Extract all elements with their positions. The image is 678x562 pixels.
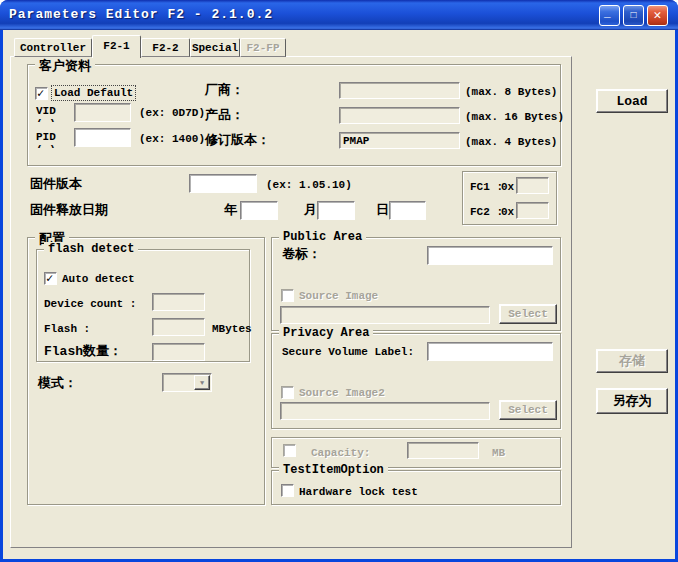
hardware-lock-checkbox[interactable] <box>281 484 294 497</box>
fc2-label: FC2 : <box>470 205 503 219</box>
flash-label: Flash : <box>44 322 90 336</box>
source-image2-path-input <box>280 402 490 420</box>
tab-special[interactable]: Special <box>190 38 240 57</box>
close-button[interactable]: ✕ <box>647 5 668 26</box>
volume-label: 卷标： <box>282 248 321 262</box>
year-input[interactable] <box>240 201 278 220</box>
titlebar[interactable]: Parameters Editor F2 - 2.1.0.2 _ □ ✕ <box>0 0 678 30</box>
vid-input <box>74 103 131 122</box>
pid-label: PID <box>36 130 56 144</box>
minimize-icon: _ <box>604 5 611 24</box>
source-image-path-input <box>280 306 490 324</box>
vid-label: VID <box>36 104 56 118</box>
mode-combobox: ▼ <box>162 373 212 392</box>
customer-group-legend: 客户资料 <box>35 57 95 75</box>
vendor-hint: (max. 8 Bytes) <box>465 85 557 99</box>
pid-input[interactable] <box>74 128 131 147</box>
select-button: Select <box>499 304 557 324</box>
minimize-button[interactable]: _ <box>599 5 620 26</box>
source-image2-label: Source Image2 <box>299 386 385 400</box>
save-button: 存储 <box>596 349 668 373</box>
fw-version-label: 固件版本 <box>30 178 82 192</box>
window-title: Parameters Editor F2 - 2.1.0.2 <box>9 7 273 22</box>
maximize-icon: □ <box>630 10 636 21</box>
auto-detect-label[interactable]: Auto detect <box>62 272 135 286</box>
select2-button: Select <box>499 400 557 420</box>
secure-volume-input[interactable] <box>427 342 553 361</box>
source-image-label: Source Image <box>299 289 378 303</box>
month-input[interactable] <box>317 201 355 220</box>
day-label: 日 <box>376 204 389 218</box>
revision-input <box>339 132 460 149</box>
volume-input[interactable] <box>427 246 553 265</box>
pid-hint: (ex: 1400) <box>139 132 205 146</box>
capacity-label: Capacity: <box>311 446 370 460</box>
month-label: 月 <box>304 204 317 218</box>
app-window: Parameters Editor F2 - 2.1.0.2 _ □ ✕ Con… <box>0 0 678 562</box>
revision-label: 修订版本： <box>205 134 270 148</box>
vid-hint: (ex: 0D7D) <box>139 106 205 120</box>
vendor-label: 厂商： <box>205 84 244 98</box>
source-image-checkbox <box>281 289 294 302</box>
year-label: 年 <box>224 204 237 218</box>
flash-input <box>152 318 205 336</box>
capacity-checkbox <box>283 444 296 457</box>
secure-volume-label: Secure Volume Label: <box>282 345 414 359</box>
chevron-down-icon: ▼ <box>194 375 210 390</box>
tab-controller[interactable]: Controller <box>14 38 92 57</box>
tab-f2-1[interactable]: F2-1 <box>92 35 141 58</box>
fc2-hex-prefix: 0x <box>501 205 514 219</box>
tab-f2-fp: F2-FP <box>240 38 286 57</box>
flash-unit-label: MBytes <box>212 322 252 336</box>
capacity-unit-label: MB <box>492 446 505 460</box>
save-as-button[interactable]: 另存为 <box>596 388 668 414</box>
fc1-label: FC1 : <box>470 180 503 194</box>
public-area-legend: Public Area <box>279 230 366 244</box>
fw-version-hint: (ex: 1.05.10) <box>266 178 352 192</box>
source-image2-checkbox <box>281 386 294 399</box>
flash-qty-input <box>152 343 205 361</box>
load-default-checkbox[interactable] <box>35 87 48 100</box>
vendor-input <box>339 82 460 99</box>
day-input[interactable] <box>389 201 426 220</box>
maximize-button[interactable]: □ <box>623 5 644 26</box>
product-label: 产品： <box>205 109 244 123</box>
vid-sub-label: ( ) <box>36 118 64 122</box>
fw-version-input[interactable] <box>189 174 257 193</box>
product-hint: (max. 16 Bytes) <box>465 110 564 124</box>
load-button[interactable]: Load <box>596 89 668 113</box>
fc2-input <box>516 202 549 219</box>
close-icon: ✕ <box>654 8 662 23</box>
device-count-input <box>152 293 205 311</box>
flash-qty-label: Flash数量： <box>44 345 122 359</box>
fw-date-label: 固件释放日期 <box>30 204 108 218</box>
mode-label: 模式： <box>38 377 77 391</box>
pid-sub-label: ( ) <box>36 144 64 148</box>
fc1-hex-prefix: 0x <box>501 180 514 194</box>
hardware-lock-label[interactable]: Hardware lock test <box>299 485 418 499</box>
auto-detect-checkbox[interactable] <box>44 272 57 285</box>
revision-hint: (max. 4 Bytes) <box>465 135 557 149</box>
privacy-area-legend: Privacy Area <box>279 326 373 340</box>
flash-detect-legend: flash detect <box>44 242 138 256</box>
capacity-input <box>407 442 479 459</box>
device-count-label: Device count : <box>44 297 136 311</box>
fc1-input <box>516 177 549 194</box>
product-input <box>339 107 460 124</box>
load-default-label[interactable]: Load Default <box>52 86 135 100</box>
test-item-legend: TestItemOption <box>279 463 388 477</box>
tab-f2-2[interactable]: F2-2 <box>141 38 190 57</box>
